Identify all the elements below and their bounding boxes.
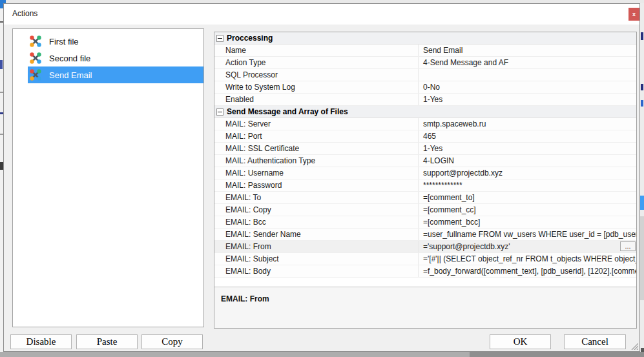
property-value[interactable]: ='[#'|| (SELECT object_ref_nr FROM t_obj… bbox=[418, 253, 636, 265]
action-list-item[interactable]: First file bbox=[28, 33, 203, 50]
action-node-icon bbox=[28, 34, 43, 49]
property-value[interactable]: =[comment_cc] bbox=[418, 204, 636, 216]
dialog-title: Actions bbox=[12, 9, 37, 18]
action-list-item[interactable]: Send Email bbox=[28, 66, 203, 83]
property-name: EMAIL: Copy bbox=[214, 204, 418, 216]
property-value[interactable]: 0-No bbox=[418, 81, 636, 93]
property-value[interactable]: 1-Yes bbox=[418, 143, 636, 154]
property-name: SQL Processor bbox=[214, 69, 418, 81]
property-row[interactable]: Write to System Log0-No bbox=[214, 81, 636, 94]
property-row[interactable]: NameSend Email bbox=[214, 45, 636, 57]
cancel-button[interactable]: Cancel bbox=[564, 334, 626, 349]
property-name: MAIL: Username bbox=[214, 167, 418, 179]
background-app-fragment bbox=[640, 3, 644, 352]
copy-button[interactable]: Copy bbox=[141, 334, 203, 349]
property-value[interactable]: ************* bbox=[418, 179, 636, 191]
property-section-title: Proccessing bbox=[227, 34, 273, 43]
background-app-fragment bbox=[641, 84, 643, 90]
property-name: Name bbox=[214, 45, 418, 56]
property-name: EMAIL: Body bbox=[214, 265, 418, 277]
property-section-header[interactable]: Proccessing bbox=[214, 32, 636, 45]
property-name: MAIL: SSL Certificate bbox=[214, 143, 418, 154]
background-app-fragment bbox=[640, 216, 644, 300]
property-value[interactable]: ='support@projectdb.xyz'... bbox=[418, 241, 636, 252]
property-row[interactable]: EMAIL: Body=f_body_forward([comment_text… bbox=[214, 265, 636, 278]
property-name: Action Type bbox=[214, 57, 418, 68]
property-value[interactable]: 4-LOGIN bbox=[418, 155, 636, 167]
action-list-item-label: Send Email bbox=[49, 70, 92, 80]
resize-grip[interactable] bbox=[629, 341, 638, 350]
property-name: Write to System Log bbox=[214, 81, 418, 93]
action-list-item[interactable]: Second file bbox=[28, 50, 203, 66]
property-value[interactable]: support@projectdb.xyz bbox=[418, 167, 636, 179]
action-list: First file Second file Send Email bbox=[12, 28, 204, 327]
property-section-header[interactable]: Send Message and Array of Files bbox=[214, 106, 636, 118]
close-icon: x bbox=[632, 11, 636, 17]
property-name: MAIL: Server bbox=[214, 118, 418, 130]
action-list-item-label: Second file bbox=[49, 54, 90, 63]
property-row[interactable]: MAIL: Usernamesupport@projectdb.xyz bbox=[214, 167, 636, 179]
background-app-fragment bbox=[0, 60, 3, 69]
property-row[interactable]: MAIL: Port465 bbox=[214, 130, 636, 143]
ok-button[interactable]: OK bbox=[490, 334, 551, 349]
property-name: Enabled bbox=[214, 94, 418, 105]
property-name: EMAIL: Bcc bbox=[214, 216, 418, 228]
property-value[interactable]: 465 bbox=[418, 130, 636, 142]
actions-dialog: Actions x First file Second file Send Em… bbox=[3, 3, 640, 352]
dialog-titlebar[interactable]: Actions x bbox=[4, 4, 639, 25]
background-app-fragment bbox=[470, 352, 644, 357]
paste-button[interactable]: Paste bbox=[76, 334, 138, 349]
property-name: EMAIL: From bbox=[214, 241, 418, 252]
property-grid-filler bbox=[214, 278, 636, 287]
property-grid-rows: ProccessingNameSend EmailAction Type4-Se… bbox=[214, 32, 636, 278]
action-list-item-label: First file bbox=[49, 37, 79, 46]
property-description: EMAIL: From bbox=[214, 287, 636, 328]
property-value[interactable] bbox=[418, 69, 636, 81]
property-value[interactable]: =[comment_to] bbox=[418, 192, 636, 203]
property-row[interactable]: EMAIL: Bcc=[comment_bcc] bbox=[214, 216, 636, 229]
property-name: EMAIL: To bbox=[214, 192, 418, 203]
property-value[interactable]: smtp.spaceweb.ru bbox=[418, 118, 636, 130]
action-node-icon bbox=[28, 50, 43, 66]
ellipsis-button[interactable]: ... bbox=[620, 241, 636, 251]
property-row[interactable]: SQL Processor bbox=[214, 69, 636, 81]
property-name: MAIL: Password bbox=[214, 179, 418, 191]
property-description-title: EMAIL: From bbox=[221, 294, 269, 303]
property-row[interactable]: EMAIL: Subject='[#'|| (SELECT object_ref… bbox=[214, 253, 636, 265]
property-row[interactable]: EMAIL: Sender Name=user_fullname FROM vw… bbox=[214, 229, 636, 241]
property-row[interactable]: EMAIL: From='support@projectdb.xyz'... bbox=[214, 241, 636, 253]
property-row[interactable]: MAIL: Password************* bbox=[214, 179, 636, 192]
background-app-fragment bbox=[640, 196, 644, 210]
property-row[interactable]: MAIL: SSL Certificate1-Yes bbox=[214, 143, 636, 155]
property-name: EMAIL: Subject bbox=[214, 253, 418, 265]
property-name: MAIL: Authentication Type bbox=[214, 155, 418, 167]
property-value[interactable]: =f_body_forward([comment_text], [pdb_use… bbox=[418, 265, 636, 277]
property-value[interactable]: 4-Send Message and AF bbox=[418, 57, 636, 68]
property-value[interactable]: Send Email bbox=[418, 45, 636, 56]
collapse-icon[interactable] bbox=[216, 108, 223, 116]
property-row[interactable]: Action Type4-Send Message and AF bbox=[214, 57, 636, 69]
property-row[interactable]: EMAIL: To=[comment_to] bbox=[214, 192, 636, 204]
collapse-icon[interactable] bbox=[216, 35, 223, 42]
screen: Actions x First file Second file Send Em… bbox=[0, 0, 644, 357]
background-app-fragment bbox=[641, 100, 643, 107]
property-row[interactable]: Enabled1-Yes bbox=[214, 94, 636, 106]
property-section-title: Send Message and Array of Files bbox=[227, 107, 348, 116]
property-value[interactable]: 1-Yes bbox=[418, 94, 636, 105]
property-value[interactable]: =[comment_bcc] bbox=[418, 216, 636, 228]
action-node-icon bbox=[28, 67, 43, 83]
property-row[interactable]: MAIL: Authentication Type4-LOGIN bbox=[214, 155, 636, 167]
property-row[interactable]: MAIL: Serversmtp.spaceweb.ru bbox=[214, 118, 636, 130]
background-app-fragment bbox=[0, 352, 470, 357]
property-grid: ProccessingNameSend EmailAction Type4-Se… bbox=[214, 32, 637, 329]
close-button[interactable]: x bbox=[628, 8, 639, 21]
background-app-fragment bbox=[641, 32, 643, 40]
property-row[interactable]: EMAIL: Copy=[comment_cc] bbox=[214, 204, 636, 216]
property-value[interactable]: =user_fullname FROM vw_users WHERE user_… bbox=[418, 229, 636, 240]
disable-button[interactable]: Disable bbox=[10, 334, 72, 349]
property-name: EMAIL: Sender Name bbox=[214, 229, 418, 240]
property-name: MAIL: Port bbox=[214, 130, 418, 142]
